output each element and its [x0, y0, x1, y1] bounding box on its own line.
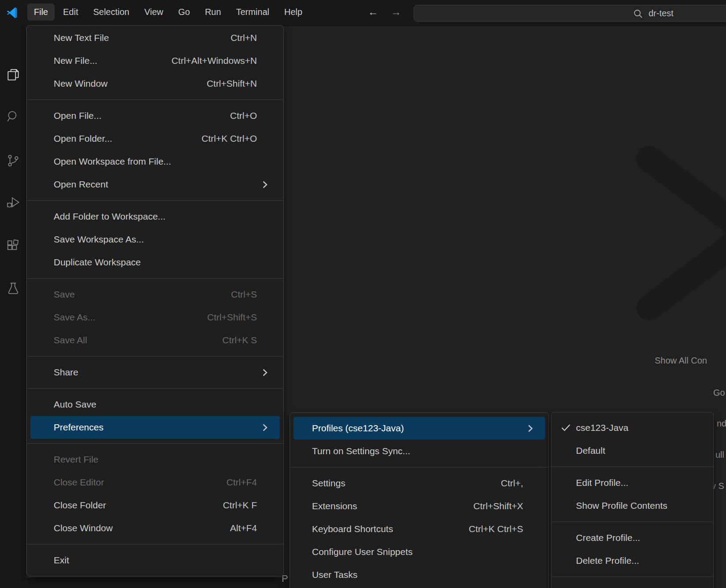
nav-forward-arrow[interactable]: → [391, 6, 401, 18]
vscode-logo-icon [6, 6, 19, 19]
menu-item-new-window[interactable]: New WindowCtrl+Shift+N [30, 72, 280, 95]
search-icon [633, 9, 643, 18]
menu-item-preferences[interactable]: Preferences [30, 416, 280, 439]
menubar-item-selection[interactable]: Selection [87, 4, 136, 21]
menu-item-open-file[interactable]: Open File...Ctrl+O [30, 104, 280, 127]
menu-item-turn-on-settings-sync[interactable]: Turn on Settings Sync... [293, 440, 545, 463]
menu-item-save: SaveCtrl+S [30, 283, 280, 306]
vscode-window: Show All ConGondullv S P FileEditSelecti… [0, 0, 726, 588]
menu-separator [27, 200, 283, 201]
menubar-item-file[interactable]: File [27, 4, 55, 21]
activity-search-icon[interactable] [6, 109, 21, 124]
menu-item-keyboard-shortcuts[interactable]: Keyboard ShortcutsCtrl+K Ctrl+S [293, 518, 545, 540]
menu-item-label: Create Profile... [576, 533, 640, 543]
menu-item-label: Close Folder [54, 500, 106, 511]
menu-separator [552, 522, 713, 522]
menu-item-label: cse123-Java [576, 423, 628, 433]
menu-item-configure-user-snippets[interactable]: Configure User Snippets [293, 540, 545, 563]
menu-item-save-workspace-as[interactable]: Save Workspace As... [30, 228, 280, 251]
menubar-item-run[interactable]: Run [198, 4, 228, 21]
menu-item-shortcut: Ctrl+F4 [227, 477, 257, 488]
menu-item-user-tasks[interactable]: User Tasks [293, 563, 545, 586]
watermark-text-fragment: nd [717, 419, 726, 429]
menubar-item-go[interactable]: Go [172, 4, 197, 21]
activity-run-debug-icon[interactable] [6, 195, 21, 210]
menu-item-shortcut: Ctrl+Shift+S [207, 312, 257, 323]
menu-item-save-all: Save AllCtrl+K S [30, 329, 280, 352]
menu-item-shortcut: Ctrl+K Ctrl+S [469, 524, 523, 534]
menu-item-close-editor: Close EditorCtrl+F4 [30, 471, 280, 494]
menu-item-revert-file: Revert File [30, 448, 280, 471]
profiles-submenu: cse123-JavaDefaultEdit Profile...Show Pr… [551, 412, 714, 588]
menu-item-label: Duplicate Workspace [54, 257, 141, 268]
menu-item-shortcut: Ctrl+N [231, 33, 257, 43]
menubar-item-edit[interactable]: Edit [56, 4, 84, 21]
activity-testing-beaker-icon[interactable] [6, 281, 21, 296]
menu-item-open-recent[interactable]: Open Recent [30, 173, 280, 196]
menu-item-label: New Text File [54, 33, 109, 43]
menu-separator [27, 443, 283, 444]
menu-item-new-text-file[interactable]: New Text FileCtrl+N [30, 26, 280, 49]
menu-item-label: User Tasks [312, 570, 357, 580]
menubar: FileEditSelectionViewGoRunTerminalHelp [27, 4, 309, 21]
menu-item-extensions[interactable]: ExtensionsCtrl+Shift+X [293, 495, 545, 518]
menu-item-open-folder[interactable]: Open Folder...Ctrl+K Ctrl+O [30, 127, 280, 150]
menu-separator [552, 467, 713, 467]
command-center-search[interactable]: dr-test [414, 5, 726, 22]
menu-item-label: Save As... [54, 312, 95, 323]
menu-item-open-workspace-from-file[interactable]: Open Workspace from File... [30, 150, 280, 173]
menu-separator [27, 278, 283, 279]
activity-extensions-icon[interactable] [6, 239, 21, 254]
chevron-right-icon [528, 424, 533, 435]
menu-item-label: Turn on Settings Sync... [312, 446, 410, 456]
chevron-right-icon [262, 423, 268, 434]
menu-item-label: Share [54, 367, 78, 378]
menu-item-duplicate-workspace[interactable]: Duplicate Workspace [30, 251, 280, 274]
menu-item-add-folder-to-workspace[interactable]: Add Folder to Workspace... [30, 205, 280, 228]
menu-item-shortcut: Ctrl+Shift+N [207, 78, 257, 89]
menu-item-label: Open File... [54, 110, 102, 121]
menu-item-exit[interactable]: Exit [30, 549, 280, 572]
preferences-submenu: Profiles (cse123-Java)Turn on Settings S… [290, 412, 549, 588]
titlebar: FileEditSelectionViewGoRunTerminalHelp ←… [0, 0, 726, 26]
menu-item-delete-profile[interactable]: Delete Profile... [555, 549, 710, 572]
menu-item-shortcut: Ctrl+S [231, 289, 257, 300]
menubar-item-help[interactable]: Help [278, 4, 309, 21]
menu-item-new-file[interactable]: New File...Ctrl+Alt+Windows+N [30, 49, 280, 72]
menu-item-shortcut: Ctrl+K F [223, 500, 257, 511]
menubar-item-terminal[interactable]: Terminal [229, 4, 276, 21]
menu-item-label: Extensions [312, 501, 357, 511]
activity-explorer-files-icon[interactable] [6, 67, 21, 82]
menu-item-default[interactable]: Default [555, 439, 710, 462]
menu-item-label: New File... [54, 55, 97, 66]
menu-item-show-profile-contents[interactable]: Show Profile Contents [555, 494, 710, 517]
watermark-text-fragment: Go [713, 388, 725, 398]
menu-item-cse123-java[interactable]: cse123-Java [555, 416, 710, 439]
menu-separator [552, 577, 713, 577]
menu-item-label: Save Workspace As... [54, 234, 144, 245]
menu-item-shortcut: Ctrl+Alt+Windows+N [172, 55, 257, 66]
menu-item-shortcut: Ctrl+K Ctrl+O [202, 133, 257, 144]
menu-item-label: New Window [54, 78, 108, 89]
nav-back-arrow[interactable]: ← [368, 6, 378, 18]
menu-item-label: Open Recent [54, 179, 108, 190]
menubar-item-view[interactable]: View [138, 4, 170, 21]
menu-item-settings[interactable]: SettingsCtrl+, [293, 472, 545, 495]
menu-item-auto-save[interactable]: Auto Save [30, 393, 280, 416]
menu-item-shortcut: Ctrl+Shift+X [473, 501, 523, 511]
menu-item-label: Close Editor [54, 477, 104, 488]
menu-item-shortcut: Ctrl+K S [222, 335, 257, 345]
menu-separator [27, 544, 283, 544]
menu-item-profiles-cse123-java[interactable]: Profiles (cse123-Java) [293, 417, 545, 440]
chevron-right-icon [262, 180, 268, 191]
menu-item-label: Auto Save [54, 399, 96, 410]
menu-item-create-profile[interactable]: Create Profile... [555, 526, 710, 549]
menu-item-close-folder[interactable]: Close FolderCtrl+K F [30, 494, 280, 517]
activity-source-control-icon[interactable] [6, 153, 21, 168]
menu-item-label: Add Folder to Workspace... [54, 211, 165, 222]
menu-item-label: Exit [54, 555, 69, 566]
menu-item-edit-profile[interactable]: Edit Profile... [555, 471, 710, 494]
menu-item-share[interactable]: Share [30, 361, 280, 384]
menu-item-close-window[interactable]: Close WindowAlt+F4 [30, 517, 280, 540]
menu-item-save-as: Save As...Ctrl+Shift+S [30, 306, 280, 329]
